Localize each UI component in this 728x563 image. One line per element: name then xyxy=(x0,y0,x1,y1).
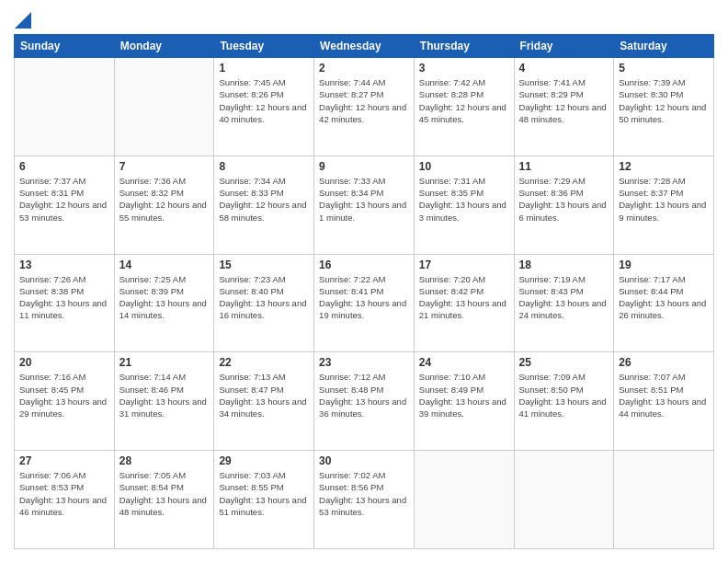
calendar-cell xyxy=(414,451,514,549)
day-number: 8 xyxy=(219,160,309,173)
day-number: 7 xyxy=(119,160,210,173)
calendar-cell: 27Sunrise: 7:06 AM Sunset: 8:53 PM Dayli… xyxy=(15,451,115,549)
day-number: 14 xyxy=(119,259,210,271)
calendar-cell: 16Sunrise: 7:22 AM Sunset: 8:41 PM Dayli… xyxy=(314,254,415,352)
day-number: 9 xyxy=(319,160,409,173)
calendar-cell: 21Sunrise: 7:14 AM Sunset: 8:46 PM Dayli… xyxy=(114,352,214,451)
header xyxy=(14,14,714,25)
day-info: Sunrise: 7:16 AM Sunset: 8:45 PM Dayligh… xyxy=(19,371,109,419)
day-number: 11 xyxy=(519,160,609,173)
calendar-day-header: Tuesday xyxy=(214,35,314,58)
day-number: 17 xyxy=(419,259,509,271)
day-number: 3 xyxy=(419,62,509,75)
calendar-cell: 12Sunrise: 7:28 AM Sunset: 8:37 PM Dayli… xyxy=(614,155,714,254)
calendar-cell: 1Sunrise: 7:45 AM Sunset: 8:26 PM Daylig… xyxy=(214,58,314,156)
logo xyxy=(14,14,31,25)
calendar-cell: 7Sunrise: 7:36 AM Sunset: 8:32 PM Daylig… xyxy=(114,155,214,254)
day-number: 1 xyxy=(219,62,309,75)
calendar-day-header: Wednesday xyxy=(314,35,415,58)
calendar-week-row: 6Sunrise: 7:37 AM Sunset: 8:31 PM Daylig… xyxy=(15,155,714,254)
calendar-cell: 6Sunrise: 7:37 AM Sunset: 8:31 PM Daylig… xyxy=(15,155,115,254)
calendar-cell: 4Sunrise: 7:41 AM Sunset: 8:29 PM Daylig… xyxy=(514,58,614,156)
day-number: 4 xyxy=(519,62,609,75)
calendar-week-row: 20Sunrise: 7:16 AM Sunset: 8:45 PM Dayli… xyxy=(15,352,714,451)
day-info: Sunrise: 7:42 AM Sunset: 8:28 PM Dayligh… xyxy=(419,76,509,125)
day-number: 28 xyxy=(119,454,210,467)
day-info: Sunrise: 7:39 AM Sunset: 8:30 PM Dayligh… xyxy=(619,76,709,125)
day-number: 24 xyxy=(419,356,509,369)
day-number: 29 xyxy=(219,454,309,467)
calendar-cell: 22Sunrise: 7:13 AM Sunset: 8:47 PM Dayli… xyxy=(214,352,314,451)
calendar-cell: 15Sunrise: 7:23 AM Sunset: 8:40 PM Dayli… xyxy=(214,254,314,352)
day-info: Sunrise: 7:22 AM Sunset: 8:41 PM Dayligh… xyxy=(319,273,409,322)
day-info: Sunrise: 7:23 AM Sunset: 8:40 PM Dayligh… xyxy=(219,273,309,322)
page: SundayMondayTuesdayWednesdayThursdayFrid… xyxy=(0,0,728,563)
calendar-day-header: Monday xyxy=(114,35,214,58)
calendar-cell: 29Sunrise: 7:03 AM Sunset: 8:55 PM Dayli… xyxy=(214,451,314,549)
day-info: Sunrise: 7:17 AM Sunset: 8:44 PM Dayligh… xyxy=(619,273,709,322)
day-number: 30 xyxy=(319,454,409,467)
day-number: 27 xyxy=(19,454,109,467)
calendar-cell: 2Sunrise: 7:44 AM Sunset: 8:27 PM Daylig… xyxy=(314,58,415,156)
day-info: Sunrise: 7:05 AM Sunset: 8:54 PM Dayligh… xyxy=(119,469,210,518)
day-number: 6 xyxy=(19,160,109,173)
day-info: Sunrise: 7:12 AM Sunset: 8:48 PM Dayligh… xyxy=(319,371,409,419)
calendar-cell: 10Sunrise: 7:31 AM Sunset: 8:35 PM Dayli… xyxy=(414,155,514,254)
calendar-cell: 25Sunrise: 7:09 AM Sunset: 8:50 PM Dayli… xyxy=(514,352,614,451)
day-number: 5 xyxy=(619,62,709,75)
day-info: Sunrise: 7:10 AM Sunset: 8:49 PM Dayligh… xyxy=(419,371,509,419)
day-number: 2 xyxy=(319,62,409,75)
day-info: Sunrise: 7:07 AM Sunset: 8:51 PM Dayligh… xyxy=(619,371,709,419)
day-info: Sunrise: 7:29 AM Sunset: 8:36 PM Dayligh… xyxy=(519,175,609,224)
day-info: Sunrise: 7:34 AM Sunset: 8:33 PM Dayligh… xyxy=(219,175,309,224)
day-number: 23 xyxy=(319,356,409,369)
calendar-cell: 20Sunrise: 7:16 AM Sunset: 8:45 PM Dayli… xyxy=(15,352,115,451)
day-info: Sunrise: 7:31 AM Sunset: 8:35 PM Dayligh… xyxy=(419,175,509,224)
calendar-day-header: Friday xyxy=(514,35,614,58)
day-info: Sunrise: 7:14 AM Sunset: 8:46 PM Dayligh… xyxy=(119,371,210,419)
calendar-cell: 30Sunrise: 7:02 AM Sunset: 8:56 PM Dayli… xyxy=(314,451,415,549)
day-number: 22 xyxy=(219,356,309,369)
calendar-cell xyxy=(15,58,115,156)
day-number: 19 xyxy=(619,259,709,271)
day-number: 16 xyxy=(319,259,409,271)
calendar-cell: 19Sunrise: 7:17 AM Sunset: 8:44 PM Dayli… xyxy=(614,254,714,352)
day-number: 18 xyxy=(519,259,609,271)
day-info: Sunrise: 7:26 AM Sunset: 8:38 PM Dayligh… xyxy=(19,273,109,322)
day-info: Sunrise: 7:44 AM Sunset: 8:27 PM Dayligh… xyxy=(319,76,409,125)
calendar-cell: 13Sunrise: 7:26 AM Sunset: 8:38 PM Dayli… xyxy=(15,254,115,352)
calendar-cell xyxy=(514,451,614,549)
day-info: Sunrise: 7:19 AM Sunset: 8:43 PM Dayligh… xyxy=(519,273,609,322)
day-number: 25 xyxy=(519,356,609,369)
day-info: Sunrise: 7:06 AM Sunset: 8:53 PM Dayligh… xyxy=(19,469,109,518)
calendar-cell: 9Sunrise: 7:33 AM Sunset: 8:34 PM Daylig… xyxy=(314,155,415,254)
svg-marker-0 xyxy=(15,12,31,29)
calendar-cell: 3Sunrise: 7:42 AM Sunset: 8:28 PM Daylig… xyxy=(414,58,514,156)
calendar-week-row: 27Sunrise: 7:06 AM Sunset: 8:53 PM Dayli… xyxy=(15,451,714,549)
logo-icon xyxy=(15,12,31,29)
calendar-cell: 17Sunrise: 7:20 AM Sunset: 8:42 PM Dayli… xyxy=(414,254,514,352)
calendar-cell: 24Sunrise: 7:10 AM Sunset: 8:49 PM Dayli… xyxy=(414,352,514,451)
calendar-day-header: Sunday xyxy=(15,35,115,58)
calendar-day-header: Saturday xyxy=(614,35,714,58)
day-info: Sunrise: 7:36 AM Sunset: 8:32 PM Dayligh… xyxy=(119,175,210,224)
calendar-table: SundayMondayTuesdayWednesdayThursdayFrid… xyxy=(14,34,714,549)
day-info: Sunrise: 7:25 AM Sunset: 8:39 PM Dayligh… xyxy=(119,273,210,322)
calendar-cell: 28Sunrise: 7:05 AM Sunset: 8:54 PM Dayli… xyxy=(114,451,214,549)
calendar-day-header: Thursday xyxy=(414,35,514,58)
day-info: Sunrise: 7:13 AM Sunset: 8:47 PM Dayligh… xyxy=(219,371,309,419)
calendar-cell xyxy=(114,58,214,156)
day-info: Sunrise: 7:28 AM Sunset: 8:37 PM Dayligh… xyxy=(619,175,709,224)
day-number: 12 xyxy=(619,160,709,173)
day-number: 15 xyxy=(219,259,309,271)
calendar-cell: 11Sunrise: 7:29 AM Sunset: 8:36 PM Dayli… xyxy=(514,155,614,254)
day-info: Sunrise: 7:03 AM Sunset: 8:55 PM Dayligh… xyxy=(219,469,309,518)
day-info: Sunrise: 7:41 AM Sunset: 8:29 PM Dayligh… xyxy=(519,76,609,125)
calendar-cell: 23Sunrise: 7:12 AM Sunset: 8:48 PM Dayli… xyxy=(314,352,415,451)
day-info: Sunrise: 7:09 AM Sunset: 8:50 PM Dayligh… xyxy=(519,371,609,419)
day-number: 21 xyxy=(119,356,210,369)
day-info: Sunrise: 7:20 AM Sunset: 8:42 PM Dayligh… xyxy=(419,273,509,322)
day-info: Sunrise: 7:37 AM Sunset: 8:31 PM Dayligh… xyxy=(19,175,109,224)
calendar-cell: 14Sunrise: 7:25 AM Sunset: 8:39 PM Dayli… xyxy=(114,254,214,352)
calendar-cell xyxy=(614,451,714,549)
